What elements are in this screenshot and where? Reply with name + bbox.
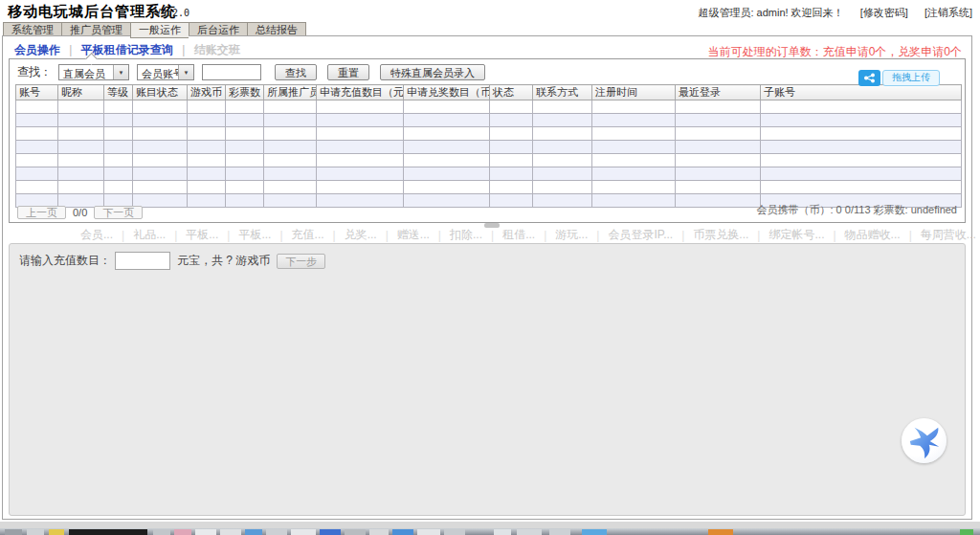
action-separator: | xyxy=(333,229,336,242)
member-field-select[interactable]: 会员账号 ▼ xyxy=(137,64,194,80)
recharge-amount-input[interactable] xyxy=(115,252,170,270)
taskbar-icon[interactable] xyxy=(153,529,170,535)
taskbar[interactable] xyxy=(0,528,980,535)
taskbar-icon[interactable] xyxy=(291,529,316,535)
member-list-panel: 查找： 直属会员 ▼ 会员账号 ▼ 查找 重置 特殊直属会员录入 xyxy=(9,58,966,223)
thunder-bird-icon[interactable] xyxy=(902,418,947,463)
table-header-row: 账号 昵称 等级 账目状态 游戏币 彩票数 所属推广员 申请充值数目（元宝） 申… xyxy=(16,85,962,100)
member-summary-text: 会员携带（币）: 0 0/113 彩票数: undefined xyxy=(757,203,958,217)
subnav-tablet-rental-query[interactable]: 平板租借记录查询 xyxy=(81,43,173,56)
taskbar-icon[interactable] xyxy=(708,529,733,535)
subnav-settlement-shift: 结账交班 xyxy=(194,43,240,56)
taskbar-icon[interactable] xyxy=(517,529,542,535)
window-bottom-edge xyxy=(0,522,980,528)
subnav-separator: | xyxy=(182,43,185,56)
action-separator: | xyxy=(833,229,835,242)
table-row[interactable] xyxy=(16,181,962,194)
column-header[interactable]: 所属推广员 xyxy=(264,85,317,100)
special-member-entry-button[interactable]: 特殊直属会员录入 xyxy=(380,64,485,80)
prev-page-button[interactable]: 上一页 xyxy=(17,206,66,219)
taskbar-icon[interactable] xyxy=(417,529,440,535)
taskbar-icon[interactable] xyxy=(960,529,973,535)
action-link: 每周营收... xyxy=(921,227,976,243)
taskbar-icon[interactable] xyxy=(549,529,570,535)
pagination: 上一页 0/0 下一页 xyxy=(17,206,149,219)
member-scope-select[interactable]: 直属会员 ▼ xyxy=(58,64,129,80)
taskbar-icon[interactable] xyxy=(320,529,341,535)
column-header[interactable]: 状态 xyxy=(490,85,533,100)
table-row[interactable] xyxy=(16,141,962,154)
action-link: 扣除... xyxy=(450,227,482,243)
recharge-form-row: 请输入充值数目： 元宝，共 ? 游戏币 下一步 xyxy=(19,252,325,270)
chevron-down-icon: ▼ xyxy=(178,65,193,79)
taskbar-icon[interactable] xyxy=(582,529,607,535)
action-link: 会员... xyxy=(80,227,113,243)
next-page-button[interactable]: 下一页 xyxy=(94,206,143,219)
column-header[interactable]: 联系方式 xyxy=(533,85,592,100)
action-separator: | xyxy=(909,229,912,242)
table-row[interactable] xyxy=(16,127,962,141)
column-header[interactable]: 申请充值数目（元宝） xyxy=(317,85,404,100)
search-toolbar: 查找： 直属会员 ▼ 会员账号 ▼ 查找 重置 特殊直属会员录入 xyxy=(17,64,496,80)
action-separator: | xyxy=(227,229,230,242)
table-row[interactable] xyxy=(16,100,962,114)
taskbar-icon[interactable] xyxy=(49,529,64,535)
column-header[interactable]: 申请兑奖数目（币） xyxy=(404,85,490,100)
app-title: 移动电玩城后台管理系统 xyxy=(8,3,176,21)
taskbar-icon[interactable] xyxy=(69,529,147,535)
column-header[interactable]: 昵称 xyxy=(58,85,104,100)
splitter-handle[interactable] xyxy=(484,223,500,228)
column-header[interactable]: 游戏币 xyxy=(188,85,226,100)
search-button[interactable]: 查找 xyxy=(275,64,317,80)
column-header[interactable]: 注册时间 xyxy=(592,85,676,100)
share-icon[interactable] xyxy=(858,70,880,86)
action-link: 游玩... xyxy=(555,227,588,243)
column-header[interactable]: 账目状态 xyxy=(133,85,188,100)
taskbar-icon[interactable] xyxy=(5,529,22,535)
table-row[interactable] xyxy=(16,114,962,127)
taskbar-icon[interactable] xyxy=(27,529,44,535)
chevron-down-icon: ▼ xyxy=(113,65,128,79)
taskbar-icon[interactable] xyxy=(174,529,191,535)
column-header[interactable]: 子账号 xyxy=(761,85,962,100)
action-link: 租借... xyxy=(502,227,535,243)
column-header[interactable]: 账号 xyxy=(16,85,58,100)
action-link: 币票兑换... xyxy=(693,227,748,243)
taskbar-icon[interactable] xyxy=(345,529,366,535)
search-label: 查找： xyxy=(17,64,52,80)
action-link: 会员登录IP... xyxy=(608,227,673,243)
table-row[interactable] xyxy=(16,154,962,167)
column-header[interactable]: 等级 xyxy=(104,85,133,100)
action-link: 赠送... xyxy=(397,227,430,243)
taskbar-icon[interactable] xyxy=(220,529,241,535)
taskbar-icon[interactable] xyxy=(369,529,389,535)
logout-link[interactable]: [注销系统] xyxy=(924,7,972,18)
action-link: 兑奖... xyxy=(345,227,377,243)
recharge-unit-text: 元宝，共 ? 游戏币 xyxy=(177,253,270,269)
tab-general-operation[interactable]: 一般运作 xyxy=(130,22,189,38)
taskbar-icon[interactable] xyxy=(195,529,216,535)
action-links: 会员...|礼品...|平板...|平板...|充值...|兑奖...|赠送..… xyxy=(72,227,980,243)
content-panel: 会员操作 | 平板租借记录查询 | 结账交班 当前可处理的订单数：充值申请0个，… xyxy=(2,35,972,520)
action-link: 充值... xyxy=(292,227,324,243)
action-link: 物品赠收... xyxy=(845,227,901,243)
drag-upload-button[interactable]: 拖拽上传 xyxy=(882,70,940,86)
action-separator: | xyxy=(122,229,124,242)
taskbar-icon[interactable] xyxy=(245,529,262,535)
taskbar-icon[interactable] xyxy=(494,529,511,535)
table-row[interactable] xyxy=(16,167,962,181)
change-password-link[interactable]: [修改密码] xyxy=(860,7,908,18)
search-keyword-input[interactable] xyxy=(202,64,261,80)
reset-button[interactable]: 重置 xyxy=(327,64,369,80)
taskbar-icon[interactable] xyxy=(266,529,287,535)
subnav-member-operation[interactable]: 会员操作 xyxy=(14,43,60,56)
column-header[interactable]: 彩票数 xyxy=(226,85,264,100)
column-header[interactable]: 最近登录 xyxy=(676,85,761,100)
next-step-button[interactable]: 下一步 xyxy=(277,254,325,269)
recharge-amount-label: 请输入充值数目： xyxy=(19,253,111,269)
taskbar-icon[interactable] xyxy=(392,529,413,535)
page-info: 0/0 xyxy=(73,207,87,218)
sub-nav: 会员操作 | 平板租借记录查询 | 结账交班 xyxy=(14,42,240,58)
action-separator: | xyxy=(174,229,177,242)
taskbar-icon[interactable] xyxy=(444,529,465,535)
